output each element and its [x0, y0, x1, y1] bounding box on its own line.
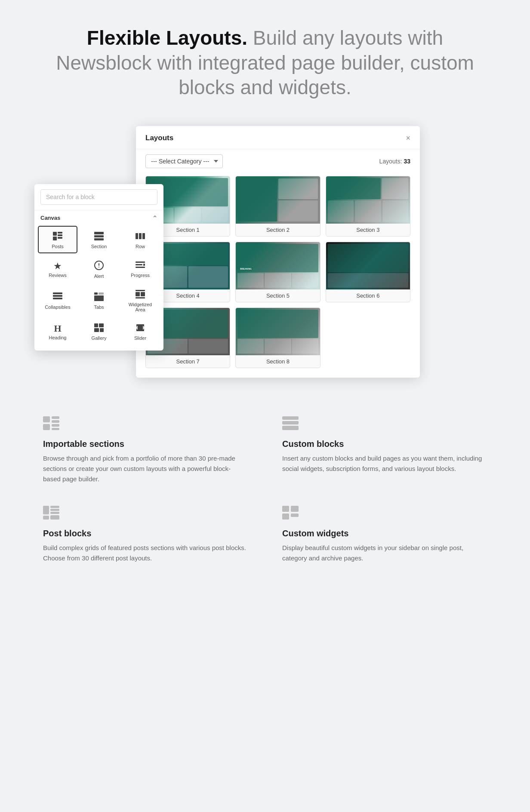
block-label-widgetized: Widgetized Area: [123, 302, 157, 312]
block-label-heading: Heading: [49, 335, 67, 340]
feature-custom-blocks: Custom blocks Insert any custom blocks a…: [282, 416, 487, 484]
block-item-reviews[interactable]: ★ Reviews: [38, 255, 77, 283]
svg-rect-29: [99, 323, 104, 327]
feature-importable-sections: Importable sections Browse through and p…: [43, 416, 248, 484]
block-label-tabs: Tabs: [94, 304, 104, 310]
layouts-modal: Layouts × --- Select Category --- Layout…: [136, 126, 420, 378]
search-box-container: [34, 184, 163, 210]
block-item-posts[interactable]: Posts: [38, 226, 77, 253]
svg-rect-24: [136, 290, 145, 291]
block-item-gallery[interactable]: Gallery: [79, 318, 119, 344]
search-input[interactable]: [40, 189, 157, 205]
block-item-heading[interactable]: H Heading: [38, 318, 77, 344]
block-item-section[interactable]: Section: [79, 226, 119, 253]
features-section: Importable sections Browse through and p…: [0, 395, 530, 589]
svg-rect-37: [52, 416, 59, 419]
svg-rect-22: [99, 292, 104, 295]
modal-header: Layouts ×: [136, 126, 420, 149]
svg-rect-4: [58, 237, 62, 239]
layouts-grid: LATEST Section 1: [136, 173, 420, 378]
svg-rect-6: [94, 235, 104, 237]
importable-sections-icon: [43, 416, 248, 433]
svg-rect-52: [282, 514, 289, 520]
svg-rect-15: [136, 264, 142, 265]
layout-card-8[interactable]: Section 8: [235, 308, 320, 368]
feature-post-blocks: Post blocks Build complex grids of featu…: [43, 506, 248, 563]
feature-title-custom-widgets: Custom widgets: [282, 529, 487, 538]
block-item-slider[interactable]: Slider: [120, 318, 160, 344]
hero-heading-strong: Flexible Layouts.: [87, 27, 247, 49]
posts-icon: [53, 232, 62, 242]
widgetized-icon: [136, 290, 145, 300]
heading-icon: H: [54, 324, 61, 333]
block-label-progress: Progress: [131, 273, 150, 278]
card-thumb-3: [326, 176, 410, 224]
layouts-count-value: 33: [404, 158, 410, 165]
card-label-7: Section 7: [146, 355, 230, 368]
svg-rect-10: [142, 233, 145, 239]
svg-rect-31: [100, 328, 104, 332]
svg-rect-26: [141, 292, 145, 296]
hero-heading: Flexible Layouts. Build any layouts with…: [52, 26, 478, 100]
feature-desc-post-blocks: Build complex grids of featured posts se…: [43, 543, 248, 563]
slider-icon: [136, 323, 145, 334]
modal-toolbar: --- Select Category --- Layouts: 33: [136, 149, 420, 173]
section-icon: [94, 232, 104, 242]
block-item-alert[interactable]: Alert: [79, 255, 119, 283]
progress-icon: [136, 261, 145, 271]
svg-rect-38: [52, 420, 59, 423]
svg-rect-44: [43, 506, 49, 514]
tabs-icon: [94, 292, 104, 303]
svg-rect-39: [52, 424, 59, 427]
card-thumb-6: [326, 242, 410, 289]
svg-rect-35: [43, 416, 50, 422]
svg-rect-0: [53, 232, 57, 236]
block-item-collapsibles[interactable]: Collapsibles: [38, 284, 77, 316]
layout-card-3[interactable]: Section 3: [326, 176, 410, 237]
collapsibles-icon: [53, 292, 62, 303]
svg-rect-42: [282, 421, 299, 424]
svg-rect-2: [58, 232, 62, 234]
card-thumb-8: [236, 308, 320, 355]
block-label-alert: Alert: [94, 274, 104, 279]
svg-rect-27: [136, 297, 145, 298]
svg-rect-30: [94, 328, 99, 332]
svg-rect-20: [53, 298, 62, 299]
gallery-icon: [94, 323, 104, 334]
svg-rect-49: [50, 515, 59, 520]
svg-rect-40: [52, 428, 59, 430]
row-icon: [136, 232, 145, 242]
block-label-reviews: Reviews: [49, 273, 67, 278]
block-item-progress[interactable]: Progress: [120, 255, 160, 283]
demo-area: Canvas ⌃ Posts: [0, 117, 530, 395]
post-blocks-icon: [43, 506, 248, 523]
layouts-count: Layouts: 33: [379, 158, 410, 165]
svg-rect-3: [58, 234, 62, 236]
svg-rect-1: [53, 237, 57, 240]
svg-rect-41: [282, 416, 299, 420]
layout-card-6[interactable]: Section 6: [326, 242, 410, 302]
block-label-collapsibles: Collapsibles: [45, 304, 70, 310]
block-label-slider: Slider: [134, 335, 146, 341]
chevron-up-icon: ⌃: [152, 215, 157, 221]
block-label-gallery: Gallery: [92, 335, 107, 341]
category-select[interactable]: --- Select Category ---: [145, 154, 223, 168]
reviews-icon: ★: [53, 261, 62, 271]
block-item-tabs[interactable]: Tabs: [79, 284, 119, 316]
svg-rect-51: [291, 506, 299, 512]
card-label-5: Section 5: [236, 289, 320, 302]
svg-rect-45: [43, 516, 49, 520]
layout-card-2[interactable]: Section 2: [235, 176, 320, 237]
block-item-row[interactable]: Row: [120, 226, 160, 253]
feature-desc-custom-widgets: Display beautiful custom widgets in your…: [282, 543, 487, 563]
modal-close-button[interactable]: ×: [406, 134, 410, 143]
block-label-posts: Posts: [52, 244, 64, 249]
block-item-widgetized[interactable]: Widgetized Area: [120, 284, 160, 316]
block-search-panel: Canvas ⌃ Posts: [34, 184, 163, 351]
feature-custom-widgets: Custom widgets Display beautiful custom …: [282, 506, 487, 563]
layout-card-5[interactable]: BREAKING Section 5: [235, 242, 320, 302]
svg-rect-8: [136, 233, 138, 239]
panel-section-header[interactable]: Canvas ⌃: [34, 210, 163, 224]
svg-rect-47: [50, 509, 59, 511]
card-label-2: Section 2: [236, 224, 320, 236]
